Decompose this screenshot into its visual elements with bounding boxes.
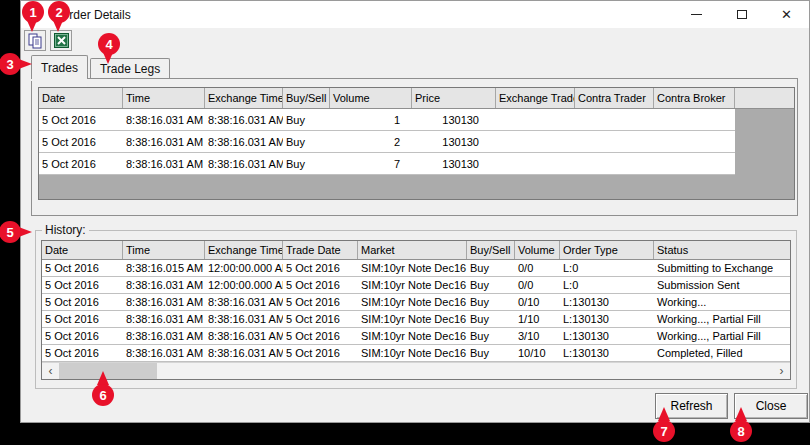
cell-exchange-time: 8:38:16.031 AM [205,328,283,344]
cell-volume: 1/10 [515,311,560,327]
tab-trades[interactable]: Trades [31,55,88,79]
cell-date: 5 Oct 2016 [42,260,123,276]
column-header[interactable]: Contra Broker [654,88,735,108]
cell-volume: 0/10 [515,294,560,310]
excel-export-button[interactable] [50,30,72,51]
column-header[interactable]: Time [123,88,205,108]
annotation-badge-2: 2 [48,1,70,23]
column-header[interactable]: Exchange Time [205,241,283,259]
cell-price: 130130 [412,109,496,130]
cell-order-type: L:130130 [560,345,654,361]
cell-exchange-time: 8:38:16.031 AM [205,131,283,152]
column-header[interactable]: Volume [515,241,560,259]
history-horizontal-scrollbar[interactable]: ‹ › [42,362,790,379]
cell-buy-sell: Buy [467,345,515,361]
table-row[interactable]: 5 Oct 2016 8:38:16.031 AM 8:38:16.031 AM… [39,153,735,175]
cell-status: Working..., Partial Fill [654,311,791,327]
cell-contra-trader [575,109,654,130]
cell-time: 8:38:16.031 AM [123,131,205,152]
cell-status: Working... [654,294,791,310]
table-row[interactable]: 5 Oct 2016 8:38:16.031 AM 8:38:16.031 AM… [42,345,791,362]
cell-market: SIM:10yr Note Dec16 [358,311,467,327]
cell-status: Submitting to Exchange [654,260,791,276]
table-row[interactable]: 5 Oct 2016 8:38:16.031 AM 8:38:16.031 AM… [42,311,791,328]
annotation-pointer [658,407,670,421]
excel-export-icon [54,33,69,48]
cell-exchange-time: 8:38:16.031 AM [205,311,283,327]
table-row[interactable]: 5 Oct 2016 8:38:16.031 AM 8:38:16.031 AM… [42,294,791,311]
table-row[interactable]: 5 Oct 2016 8:38:16.031 AM 8:38:16.031 AM… [39,109,735,131]
cell-exchange-time: 8:38:16.031 AM [205,153,283,174]
cell-date: 5 Oct 2016 [39,131,123,152]
cell-volume: 2 [330,131,412,152]
cell-market: SIM:10yr Note Dec16 [358,260,467,276]
cell-buy-sell: Buy [283,131,330,152]
column-header[interactable]: Status [654,241,791,259]
annotation-badge-6: 6 [92,384,114,406]
cell-exchange-time: 8:38:16.031 AM [205,345,283,361]
column-header[interactable]: Date [42,241,123,259]
annotation-badge-7: 7 [653,420,675,442]
annotation-pointer [97,371,109,385]
cell-status: Completed, Filled [654,345,791,361]
close-window-button[interactable]: ✕ [764,1,809,28]
column-header[interactable]: Buy/Sell [467,241,515,259]
cell-trade-date: 5 Oct 2016 [283,294,358,310]
cell-market: SIM:10yr Note Dec16 [358,345,467,361]
cell-price: 130130 [412,131,496,152]
cell-time: 8:38:16.031 AM [123,328,205,344]
window-controls: ✕ [674,1,809,28]
column-header[interactable]: Exchange Trader [496,88,575,108]
cell-buy-sell: Buy [467,277,515,293]
column-header[interactable]: Contra Trader [575,88,654,108]
cell-date: 5 Oct 2016 [42,328,123,344]
column-header[interactable]: Price [412,88,496,108]
cell-date: 5 Oct 2016 [42,294,123,310]
copy-icon [27,33,43,49]
order-details-dialog: Order Details ✕ [20,0,810,423]
annotation-number: 8 [730,420,752,442]
table-row[interactable]: 5 Oct 2016 8:38:16.031 AM 8:38:16.031 AM… [42,328,791,345]
annotation-badge-3: 3 [0,53,21,75]
column-header[interactable]: Volume [330,88,412,108]
column-header[interactable]: Trade Date [283,241,358,259]
column-header[interactable]: Buy/Sell [283,88,330,108]
column-header[interactable]: Exchange Time [205,88,283,108]
cell-order-type: L:130130 [560,328,654,344]
table-row[interactable]: 5 Oct 2016 8:38:16.031 AM 8:38:16.031 AM… [39,131,735,153]
cell-exchange-trader [496,131,575,152]
cell-volume: 7 [330,153,412,174]
cell-volume: 10/10 [515,345,560,361]
column-header[interactable]: Market [358,241,467,259]
column-header[interactable]: Time [123,241,205,259]
cell-time: 8:38:16.031 AM [123,277,205,293]
column-header[interactable]: Order Type [560,241,654,259]
cell-date: 5 Oct 2016 [42,277,123,293]
table-row[interactable]: 5 Oct 2016 8:38:16.015 AM 12:00:00.000 A… [42,260,791,277]
annotation-number: 2 [48,1,70,23]
annotation-badge-4: 4 [98,33,120,55]
cell-trade-date: 5 Oct 2016 [283,328,358,344]
column-header[interactable]: Date [39,88,123,108]
cell-buy-sell: Buy [283,153,330,174]
minimize-icon [691,14,702,15]
maximize-icon [737,10,747,19]
cell-price: 130130 [412,153,496,174]
cell-date: 5 Oct 2016 [42,345,123,361]
toolbar [24,30,72,51]
maximize-button[interactable] [719,1,764,28]
annotation-pointer [735,407,747,421]
scroll-left-icon[interactable]: ‹ [42,363,59,379]
cell-buy-sell: Buy [467,328,515,344]
cell-market: SIM:10yr Note Dec16 [358,294,467,310]
cell-date: 5 Oct 2016 [39,153,123,174]
minimize-button[interactable] [674,1,719,28]
scroll-right-icon[interactable]: › [773,363,790,379]
annotation-badge-5: 5 [0,221,21,243]
table-row[interactable]: 5 Oct 2016 8:38:16.031 AM 12:00:00.000 A… [42,277,791,294]
cell-contra-broker [654,131,735,152]
cell-contra-trader [575,153,654,174]
copy-button[interactable] [24,30,46,51]
cell-exchange-trader [496,109,575,130]
history-groupbox: History: Date Time Exchange Time Trade D… [35,230,797,389]
